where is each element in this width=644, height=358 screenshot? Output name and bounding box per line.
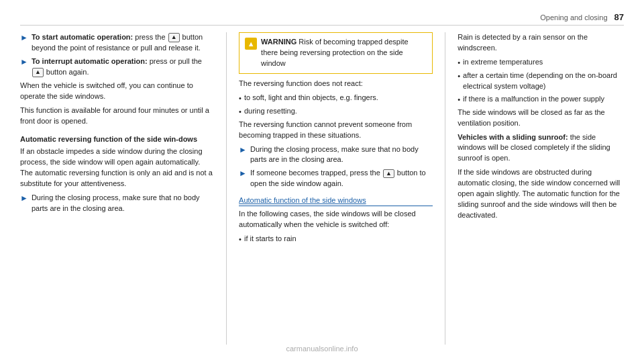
right-para-3-bold: Vehicles with a sliding sunroof: — [458, 133, 568, 141]
warning-text: WARNING Risk of becoming trapped despite… — [261, 37, 427, 69]
mid-arrow-1-text: During the closing process, make sure th… — [250, 144, 433, 166]
mid-bullet-2-text: during resetting. — [244, 106, 297, 118]
right-bullet-3: • if there is a malfunction in the power… — [458, 94, 624, 105]
page: Opening and closing 87 ► To start automa… — [0, 0, 644, 358]
right-bullet-3-text: if there is a malfunction in the power s… — [463, 94, 604, 105]
right-bullet-2-text: after a certain time (depending on the o… — [463, 71, 624, 92]
bullet-dot-2: • — [239, 107, 241, 118]
warning-box: ▲ WARNING Risk of becoming trapped despi… — [239, 32, 433, 74]
watermark: carmanualsonline.info — [286, 345, 358, 353]
left-column: ► To start automatic operation: press th… — [20, 32, 214, 345]
bullet-dot-r2: • — [458, 71, 460, 92]
mid-bullet-1-text: to soft, light and thin objects, e.g. fi… — [244, 93, 378, 104]
mid-bullet-2: • during resetting. — [239, 106, 433, 118]
mid-bullet-rain: • if it starts to rain — [239, 234, 433, 245]
arrow-item-interrupt-bold: To interrupt automatic operation: — [32, 57, 148, 65]
left-para-3: If an obstacle impedes a side window dur… — [20, 146, 214, 189]
bullet-dot-r3: • — [458, 95, 460, 105]
right-bullet-2: • after a certain time (depending on the… — [458, 71, 624, 92]
bullet-dot-1: • — [239, 93, 241, 104]
mid-column: ▲ WARNING Risk of becoming trapped despi… — [239, 32, 433, 345]
right-para-2: The side windows will be closed as far a… — [458, 107, 624, 129]
link-heading: Automatic function of the side windows — [239, 196, 433, 206]
right-para-4: If the side windows are obstructed durin… — [458, 167, 624, 221]
right-para-1: Rain is detected by a rain sensor on the… — [458, 32, 624, 54]
arrow-item-start-text: To start automatic operation: press the … — [32, 32, 214, 54]
content-area: ► To start automatic operation: press th… — [20, 32, 624, 345]
arrow-icon-4: ► — [239, 144, 247, 166]
warning-label: WARNING — [261, 38, 297, 46]
arrow-icon-1: ► — [20, 32, 28, 54]
arrow-item-start-bold: To start automatic operation: — [32, 33, 133, 41]
page-number: 87 — [614, 12, 624, 22]
arrow-icon-2: ► — [20, 56, 28, 78]
left-arrow-closing: ► During the closing process, make sure … — [20, 193, 214, 214]
mid-bullet-1: • to soft, light and thin objects, e.g. … — [239, 93, 433, 104]
button-icon-1: ▲ — [168, 33, 180, 42]
arrow-icon-3: ► — [20, 193, 28, 214]
left-arrow-closing-text: During the closing process, make sure th… — [32, 193, 214, 214]
left-section-heading: Automatic reversing function of the side… — [20, 134, 214, 144]
button-icon-3: ▲ — [383, 169, 394, 179]
page-header: Opening and closing 87 — [20, 12, 624, 26]
mid-para-2: The reversing function cannot prevent so… — [239, 120, 433, 141]
mid-para-1: The reversing function does not react: — [239, 79, 433, 89]
arrow-item-interrupt: ► To interrupt automatic operation: pres… — [20, 56, 214, 78]
arrow-item-start: ► To start automatic operation: press th… — [20, 32, 214, 54]
mid-bullet-rain-text: if it starts to rain — [244, 234, 297, 245]
right-bullet-1-text: in extreme temperatures — [463, 57, 543, 69]
arrow-item-interrupt-text: To interrupt automatic operation: press … — [32, 56, 214, 78]
divider-1 — [226, 32, 227, 345]
left-para-2: This function is available for around fo… — [20, 105, 214, 127]
right-para-3: Vehicles with a sliding sunroof: the sid… — [458, 132, 624, 165]
left-para-1: When the vehicle is switched off, you ca… — [20, 81, 214, 102]
mid-arrow-1: ► During the closing process, make sure … — [239, 144, 433, 166]
section-title: Opening and closing — [540, 13, 607, 21]
arrow-icon-5: ► — [239, 168, 247, 189]
mid-para-3: In the following cases, the side windows… — [239, 209, 433, 230]
right-column: Rain is detected by a rain sensor on the… — [458, 32, 624, 345]
mid-arrow-2: ► If someone becomes trapped, press the … — [239, 168, 433, 189]
button-icon-2: ▲ — [32, 68, 44, 77]
mid-arrow-2-text: If someone becomes trapped, press the ▲ … — [250, 168, 433, 189]
bullet-dot-r1: • — [458, 58, 460, 69]
warning-icon: ▲ — [245, 38, 257, 50]
divider-2 — [445, 32, 445, 345]
bullet-dot-rain: • — [239, 234, 241, 245]
right-bullet-1: • in extreme temperatures — [458, 57, 624, 69]
